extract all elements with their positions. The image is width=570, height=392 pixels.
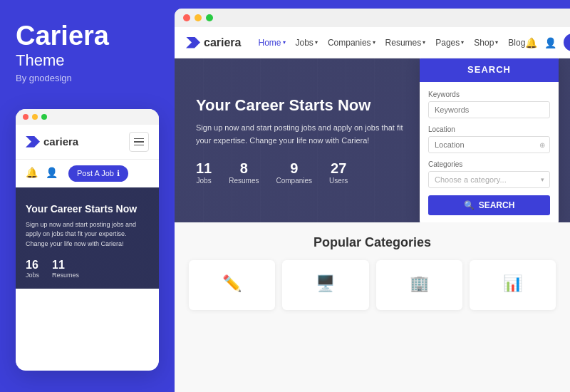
green-dot (41, 114, 47, 120)
desktop-logo: cariera (186, 36, 242, 49)
nav-resumes[interactable]: Resumes ▾ (385, 38, 426, 48)
nav-blog[interactable]: Blog (508, 38, 525, 48)
nav-home[interactable]: Home ▾ (259, 38, 286, 48)
browser-content: cariera Home ▾ Jobs ▾ Companies ▾ Resume… (175, 27, 570, 392)
category-icon-2: 🏢 (410, 274, 429, 293)
mobile-hero: Your Career Starts Now Sign up now and s… (16, 187, 159, 289)
category-icon-3: 📊 (503, 274, 522, 293)
desktop-post-btn[interactable]: Post A Job ℹ (564, 33, 570, 51)
mobile-stats: 16 Jobs 11 Resumes (26, 259, 149, 279)
mobile-logo: cariera (26, 135, 78, 148)
location-field: Location ⊕ (428, 125, 550, 153)
categories-select[interactable]: Choose a category... (428, 171, 550, 188)
category-card-3[interactable]: 📊 (470, 260, 556, 310)
chevron-down-icon: ▾ (315, 39, 318, 46)
mobile-hero-heading: Your Career Starts Now (26, 203, 149, 215)
yellow-dot (32, 114, 38, 120)
mobile-icons-row: 🔔 👤 Post A Job ℹ (16, 160, 159, 187)
browser-yellow-dot (195, 14, 202, 21)
browser-green-dot (206, 14, 213, 21)
categories-label: Categories (428, 160, 550, 168)
categories-select-wrap: Choose a category... ▾ (428, 171, 550, 188)
search-box-header: SEARCH (420, 58, 559, 82)
hero-stat-jobs: 11 Jobs (196, 160, 212, 185)
mobile-card-titlebar (16, 109, 159, 125)
nav-shop[interactable]: Shop ▾ (474, 38, 498, 48)
browser-red-dot (183, 14, 190, 21)
user-nav-icon: 👤 (544, 37, 556, 48)
logo-icon (26, 136, 40, 148)
category-card-0[interactable]: ✏️ (189, 260, 275, 310)
category-card-1[interactable]: 🖥️ (282, 260, 368, 310)
chevron-down-icon: ▾ (461, 39, 464, 46)
hero-text: Your Career Starts Now Sign up now and s… (196, 96, 410, 184)
categories-section: Popular Categories ✏️ 🖥️ 🏢 📊 (175, 222, 570, 392)
keywords-input[interactable] (428, 101, 550, 118)
mobile-hero-body: Sign up now and start posting jobs and a… (26, 220, 149, 249)
info-icon: ℹ (117, 169, 120, 178)
hero-stats: 11 Jobs 8 Resumes 9 Companies 27 Users (196, 160, 410, 185)
hero-heading: Your Career Starts Now (196, 96, 410, 115)
desktop-logo-icon (186, 37, 200, 48)
search-icon: 🔍 (464, 200, 475, 210)
mobile-post-btn[interactable]: Post A Job ℹ (68, 165, 128, 182)
category-cards: ✏️ 🖥️ 🏢 📊 (189, 260, 556, 310)
bell-nav-icon: 🔔 (525, 37, 537, 48)
red-dot (23, 114, 28, 120)
brand-title: Cariera (16, 21, 159, 51)
hamburger-menu[interactable] (129, 132, 149, 152)
hero-stat-users: 27 Users (329, 160, 348, 185)
hero-section: Your Career Starts Now Sign up now and s… (175, 58, 570, 222)
search-box: SEARCH Keywords Location ⊕ Categ (420, 58, 559, 222)
desktop-nav: cariera Home ▾ Jobs ▾ Companies ▾ Resume… (175, 27, 570, 58)
chevron-down-icon: ▾ (373, 39, 375, 46)
keywords-label: Keywords (428, 91, 550, 98)
search-box-body: Keywords Location ⊕ Categories (420, 82, 559, 222)
hero-stat-resumes: 8 Resumes (229, 160, 259, 185)
left-panel: Cariera Theme By gnodesign cariera 🔔 (0, 0, 175, 392)
category-card-2[interactable]: 🏢 (376, 260, 462, 310)
nav-pages[interactable]: Pages ▾ (435, 38, 464, 48)
location-icon: ⊕ (539, 141, 545, 149)
nav-jobs[interactable]: Jobs ▾ (296, 38, 318, 48)
mobile-stat-jobs: 16 Jobs (26, 259, 39, 279)
chevron-down-icon: ▾ (423, 39, 425, 46)
category-icon-1: 🖥️ (316, 274, 335, 293)
search-button[interactable]: 🔍 SEARCH (428, 195, 550, 215)
nav-companies[interactable]: Companies ▾ (328, 38, 375, 48)
brand-by: By gnodesign (16, 73, 159, 83)
hero-body: Sign up now and start posting jobs and a… (196, 122, 410, 147)
keywords-field: Keywords (428, 91, 550, 118)
brand-subtitle: Theme (16, 51, 159, 70)
location-input[interactable] (428, 136, 550, 153)
mobile-stat-resumes: 11 Resumes (52, 259, 79, 279)
mobile-preview-card: cariera 🔔 👤 Post A Job ℹ Your Career Sta… (16, 109, 159, 371)
user-icon: 👤 (46, 167, 58, 180)
bell-icon: 🔔 (26, 167, 38, 180)
mobile-nav: cariera (16, 125, 159, 160)
categories-title: Popular Categories (189, 235, 556, 250)
categories-field: Categories Choose a category... ▾ (428, 160, 550, 188)
chevron-down-icon: ▾ (283, 39, 286, 46)
category-icon-0: ✏️ (222, 274, 242, 293)
location-label: Location (428, 125, 550, 133)
chevron-down-icon: ▾ (495, 39, 498, 46)
nav-icons: 🔔 👤 (525, 37, 556, 48)
hero-stat-companies: 9 Companies (276, 160, 313, 185)
nav-links: Home ▾ Jobs ▾ Companies ▾ Resumes ▾ Page… (259, 38, 526, 48)
right-panel: cariera Home ▾ Jobs ▾ Companies ▾ Resume… (175, 9, 570, 392)
browser-bar (175, 9, 570, 27)
